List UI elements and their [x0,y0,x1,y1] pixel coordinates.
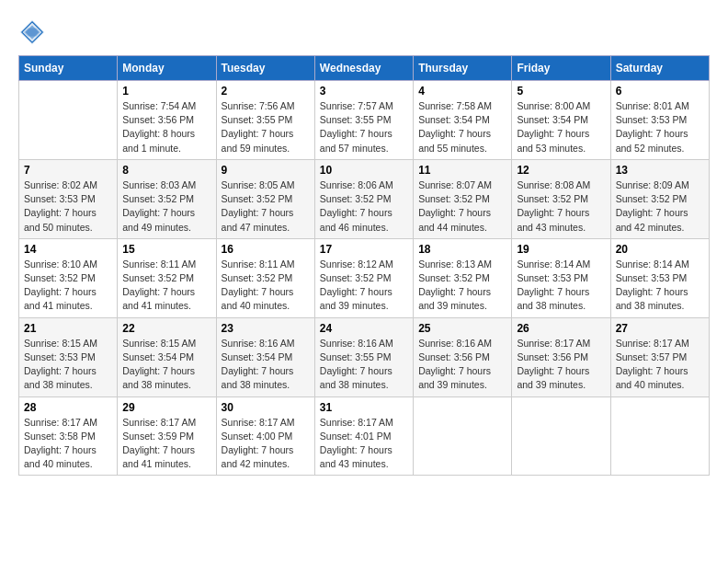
day-info: Sunrise: 8:17 AM Sunset: 3:57 PM Dayligh… [616,337,704,393]
day-info: Sunrise: 8:07 AM Sunset: 3:52 PM Dayligh… [418,178,506,235]
day-header-thursday: Thursday [414,56,512,81]
day-info: Sunrise: 7:54 AM Sunset: 3:56 PM Dayligh… [122,99,210,155]
day-number: 11 [418,164,506,177]
days-header-row: SundayMondayTuesdayWednesdayThursdayFrid… [19,56,710,81]
calendar-cell: 30Sunrise: 8:17 AM Sunset: 4:00 PM Dayli… [216,396,314,476]
day-info: Sunrise: 7:56 AM Sunset: 3:55 PM Dayligh… [222,99,310,155]
page-header [18,18,710,46]
day-number: 19 [517,243,605,256]
calendar-cell: 23Sunrise: 8:16 AM Sunset: 3:54 PM Dayli… [216,317,314,396]
calendar-cell: 12Sunrise: 8:08 AM Sunset: 3:52 PM Dayli… [512,159,610,238]
calendar-cell: 27Sunrise: 8:17 AM Sunset: 3:57 PM Dayli… [610,317,709,396]
day-info: Sunrise: 8:01 AM Sunset: 3:53 PM Dayligh… [616,99,704,155]
day-header-wednesday: Wednesday [314,56,413,81]
calendar-week-row: 1Sunrise: 7:54 AM Sunset: 3:56 PM Daylig… [19,81,710,160]
day-info: Sunrise: 8:02 AM Sunset: 3:53 PM Dayligh… [24,178,112,235]
day-info: Sunrise: 8:15 AM Sunset: 3:53 PM Dayligh… [24,337,112,393]
day-number: 27 [616,322,704,335]
day-number: 31 [320,401,408,414]
calendar-cell: 29Sunrise: 8:17 AM Sunset: 3:59 PM Dayli… [118,396,216,476]
day-info: Sunrise: 8:15 AM Sunset: 3:54 PM Dayligh… [122,337,210,393]
day-number: 1 [122,85,210,98]
day-number: 16 [222,243,310,256]
calendar-cell: 7Sunrise: 8:02 AM Sunset: 3:53 PM Daylig… [19,159,118,238]
day-info: Sunrise: 8:06 AM Sunset: 3:52 PM Dayligh… [320,178,408,235]
day-info: Sunrise: 8:14 AM Sunset: 3:53 PM Dayligh… [517,258,605,314]
calendar-cell [512,396,610,476]
day-number: 28 [24,401,112,414]
day-number: 14 [24,243,112,256]
day-number: 6 [616,85,704,98]
calendar-cell: 22Sunrise: 8:15 AM Sunset: 3:54 PM Dayli… [118,317,216,396]
day-info: Sunrise: 8:17 AM Sunset: 3:59 PM Dayligh… [122,416,210,472]
day-info: Sunrise: 8:17 AM Sunset: 3:58 PM Dayligh… [24,416,112,472]
logo [18,18,50,46]
calendar-cell: 14Sunrise: 8:10 AM Sunset: 3:52 PM Dayli… [19,238,118,317]
calendar-cell: 1Sunrise: 7:54 AM Sunset: 3:56 PM Daylig… [118,81,216,160]
calendar-cell: 26Sunrise: 8:17 AM Sunset: 3:56 PM Dayli… [512,317,610,396]
calendar-cell: 28Sunrise: 8:17 AM Sunset: 3:58 PM Dayli… [19,396,118,476]
calendar-cell: 25Sunrise: 8:16 AM Sunset: 3:56 PM Dayli… [414,317,512,396]
day-number: 9 [222,164,310,177]
day-number: 21 [24,322,112,335]
day-number: 10 [320,164,408,177]
day-number: 15 [122,243,210,256]
day-info: Sunrise: 8:17 AM Sunset: 3:56 PM Dayligh… [517,337,605,393]
calendar-cell: 9Sunrise: 8:05 AM Sunset: 3:52 PM Daylig… [216,159,314,238]
calendar-cell: 2Sunrise: 7:56 AM Sunset: 3:55 PM Daylig… [216,81,314,160]
day-number: 3 [320,85,408,98]
day-number: 29 [122,401,210,414]
day-number: 5 [517,85,605,98]
calendar-week-row: 14Sunrise: 8:10 AM Sunset: 3:52 PM Dayli… [19,238,710,317]
day-info: Sunrise: 8:16 AM Sunset: 3:55 PM Dayligh… [320,337,408,393]
calendar-cell: 5Sunrise: 8:00 AM Sunset: 3:54 PM Daylig… [512,81,610,160]
calendar-table: SundayMondayTuesdayWednesdayThursdayFrid… [18,55,710,476]
day-header-sunday: Sunday [19,56,118,81]
calendar-cell [19,81,118,160]
day-header-saturday: Saturday [610,56,709,81]
day-info: Sunrise: 8:17 AM Sunset: 4:00 PM Dayligh… [222,416,310,472]
calendar-cell: 16Sunrise: 8:11 AM Sunset: 3:52 PM Dayli… [216,238,314,317]
day-info: Sunrise: 8:08 AM Sunset: 3:52 PM Dayligh… [517,178,605,235]
calendar-cell [610,396,709,476]
day-info: Sunrise: 8:13 AM Sunset: 3:52 PM Dayligh… [418,258,506,314]
day-info: Sunrise: 8:17 AM Sunset: 4:01 PM Dayligh… [320,416,408,472]
calendar-cell: 13Sunrise: 8:09 AM Sunset: 3:52 PM Dayli… [610,159,709,238]
day-number: 30 [222,401,310,414]
day-info: Sunrise: 8:03 AM Sunset: 3:52 PM Dayligh… [122,178,210,235]
calendar-cell: 10Sunrise: 8:06 AM Sunset: 3:52 PM Dayli… [314,159,413,238]
day-number: 20 [616,243,704,256]
day-info: Sunrise: 8:12 AM Sunset: 3:52 PM Dayligh… [320,258,408,314]
calendar-cell: 8Sunrise: 8:03 AM Sunset: 3:52 PM Daylig… [118,159,216,238]
calendar-cell: 24Sunrise: 8:16 AM Sunset: 3:55 PM Dayli… [314,317,413,396]
day-info: Sunrise: 8:00 AM Sunset: 3:54 PM Dayligh… [517,99,605,155]
day-number: 25 [418,322,506,335]
day-header-monday: Monday [118,56,216,81]
day-number: 2 [222,85,310,98]
calendar-week-row: 28Sunrise: 8:17 AM Sunset: 3:58 PM Dayli… [19,396,710,476]
day-number: 23 [222,322,310,335]
day-number: 12 [517,164,605,177]
day-number: 18 [418,243,506,256]
calendar-cell: 21Sunrise: 8:15 AM Sunset: 3:53 PM Dayli… [19,317,118,396]
calendar-cell: 3Sunrise: 7:57 AM Sunset: 3:55 PM Daylig… [314,81,413,160]
calendar-cell [414,396,512,476]
logo-icon [18,18,46,46]
day-number: 26 [517,322,605,335]
day-info: Sunrise: 8:05 AM Sunset: 3:52 PM Dayligh… [222,178,310,235]
day-info: Sunrise: 8:10 AM Sunset: 3:52 PM Dayligh… [24,258,112,314]
day-number: 13 [616,164,704,177]
day-info: Sunrise: 8:16 AM Sunset: 3:56 PM Dayligh… [418,337,506,393]
calendar-week-row: 21Sunrise: 8:15 AM Sunset: 3:53 PM Dayli… [19,317,710,396]
calendar-cell: 4Sunrise: 7:58 AM Sunset: 3:54 PM Daylig… [414,81,512,160]
calendar-week-row: 7Sunrise: 8:02 AM Sunset: 3:53 PM Daylig… [19,159,710,238]
day-number: 8 [122,164,210,177]
day-info: Sunrise: 8:16 AM Sunset: 3:54 PM Dayligh… [222,337,310,393]
day-number: 4 [418,85,506,98]
day-header-friday: Friday [512,56,610,81]
calendar-cell: 15Sunrise: 8:11 AM Sunset: 3:52 PM Dayli… [118,238,216,317]
day-number: 22 [122,322,210,335]
day-number: 7 [24,164,112,177]
day-info: Sunrise: 7:57 AM Sunset: 3:55 PM Dayligh… [320,99,408,155]
day-number: 17 [320,243,408,256]
